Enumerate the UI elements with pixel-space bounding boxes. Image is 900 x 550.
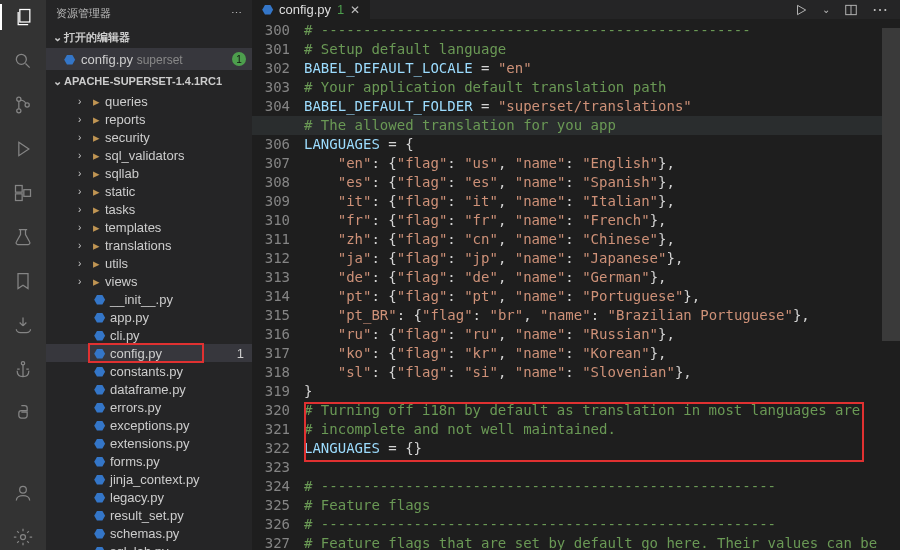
cloud-icon[interactable] xyxy=(10,312,36,338)
bookmark-icon[interactable] xyxy=(10,268,36,294)
file-app-py[interactable]: ⬣app.py xyxy=(46,308,252,326)
run-dropdown-icon[interactable]: ⌄ xyxy=(822,4,830,15)
file-tree: ›▸queries›▸reports›▸security›▸sql_valida… xyxy=(46,92,252,550)
run-icon[interactable] xyxy=(794,3,808,17)
file-jinja_context-py[interactable]: ⬣jinja_context.py xyxy=(46,470,252,488)
svg-point-2 xyxy=(17,97,21,101)
folder-sqllab[interactable]: ›▸sqllab xyxy=(46,164,252,182)
folder-queries[interactable]: ›▸queries xyxy=(46,92,252,110)
svg-point-4 xyxy=(25,103,29,107)
folder-sql_validators[interactable]: ›▸sql_validators xyxy=(46,146,252,164)
folder-security[interactable]: ›▸security xyxy=(46,128,252,146)
svg-point-9 xyxy=(20,486,27,493)
testing-icon[interactable] xyxy=(10,224,36,250)
tab-bar: ⬣ config.py 1 ✕ ⌄ ⋯ xyxy=(252,0,900,19)
open-editors-header[interactable]: ⌄ 打开的编辑器 xyxy=(46,26,252,48)
tab-config[interactable]: ⬣ config.py 1 ✕ xyxy=(252,0,370,19)
file-schemas-py[interactable]: ⬣schemas.py xyxy=(46,524,252,542)
python-icon[interactable] xyxy=(10,400,36,426)
svg-point-3 xyxy=(17,109,21,113)
file-extensions-py[interactable]: ⬣extensions.py xyxy=(46,434,252,452)
search-icon[interactable] xyxy=(10,48,36,74)
extensions-icon[interactable] xyxy=(10,180,36,206)
folder-tasks[interactable]: ›▸tasks xyxy=(46,200,252,218)
svg-point-8 xyxy=(21,362,24,365)
activity-bar xyxy=(0,0,46,550)
project-header[interactable]: ⌄ APACHE-SUPERSET-1.4.1RC1 xyxy=(46,70,252,92)
svg-point-1 xyxy=(16,54,26,64)
modified-badge: 1 xyxy=(232,52,246,66)
file-sql_lab-py[interactable]: ⬣sql_lab.py xyxy=(46,542,252,550)
editor-area: ⬣ config.py 1 ✕ ⌄ ⋯ 30030130230330430530… xyxy=(252,0,900,550)
folder-static[interactable]: ›▸static xyxy=(46,182,252,200)
file-__init__-py[interactable]: ⬣__init__.py xyxy=(46,290,252,308)
file-cli-py[interactable]: ⬣cli.py xyxy=(46,326,252,344)
folder-views[interactable]: ›▸views xyxy=(46,272,252,290)
file-dataframe-py[interactable]: ⬣dataframe.py xyxy=(46,380,252,398)
files-icon[interactable] xyxy=(0,4,46,30)
chevron-down-icon: ⌄ xyxy=(50,31,64,44)
code-editor[interactable]: 3003013023033043053063073083093103113123… xyxy=(252,19,900,550)
source-control-icon[interactable] xyxy=(10,92,36,118)
svg-rect-0 xyxy=(20,10,30,23)
gear-icon[interactable] xyxy=(10,524,36,550)
more-icon[interactable]: ⋯ xyxy=(231,7,242,20)
folder-reports[interactable]: ›▸reports xyxy=(46,110,252,128)
python-file-icon: ⬣ xyxy=(64,52,75,67)
folder-templates[interactable]: ›▸templates xyxy=(46,218,252,236)
anchor-icon[interactable] xyxy=(10,356,36,382)
file-forms-py[interactable]: ⬣forms.py xyxy=(46,452,252,470)
svg-rect-6 xyxy=(16,194,23,201)
folder-utils[interactable]: ›▸utils xyxy=(46,254,252,272)
file-legacy-py[interactable]: ⬣legacy.py xyxy=(46,488,252,506)
open-editor-item[interactable]: ⬣ config.py superset 1 xyxy=(46,48,252,70)
python-file-icon: ⬣ xyxy=(262,2,273,17)
file-exceptions-py[interactable]: ⬣exceptions.py xyxy=(46,416,252,434)
debug-icon[interactable] xyxy=(10,136,36,162)
svg-point-10 xyxy=(21,535,26,540)
more-icon[interactable]: ⋯ xyxy=(872,0,888,19)
minimap[interactable] xyxy=(882,28,900,550)
sidebar: 资源管理器 ⋯ ⌄ 打开的编辑器 ⬣ config.py superset 1 … xyxy=(46,0,252,550)
line-gutter: 3003013023033043053063073083093103113123… xyxy=(252,19,304,550)
file-result_set-py[interactable]: ⬣result_set.py xyxy=(46,506,252,524)
chevron-down-icon: ⌄ xyxy=(50,75,64,88)
sidebar-title: 资源管理器 ⋯ xyxy=(46,0,252,26)
close-icon[interactable]: ✕ xyxy=(350,3,360,17)
folder-translations[interactable]: ›▸translations xyxy=(46,236,252,254)
file-errors-py[interactable]: ⬣errors.py xyxy=(46,398,252,416)
file-constants-py[interactable]: ⬣constants.py xyxy=(46,362,252,380)
svg-rect-7 xyxy=(24,190,31,197)
svg-rect-5 xyxy=(16,186,23,193)
split-icon[interactable] xyxy=(844,3,858,17)
file-config-py[interactable]: ⬣config.py1 xyxy=(46,344,252,362)
account-icon[interactable] xyxy=(10,480,36,506)
